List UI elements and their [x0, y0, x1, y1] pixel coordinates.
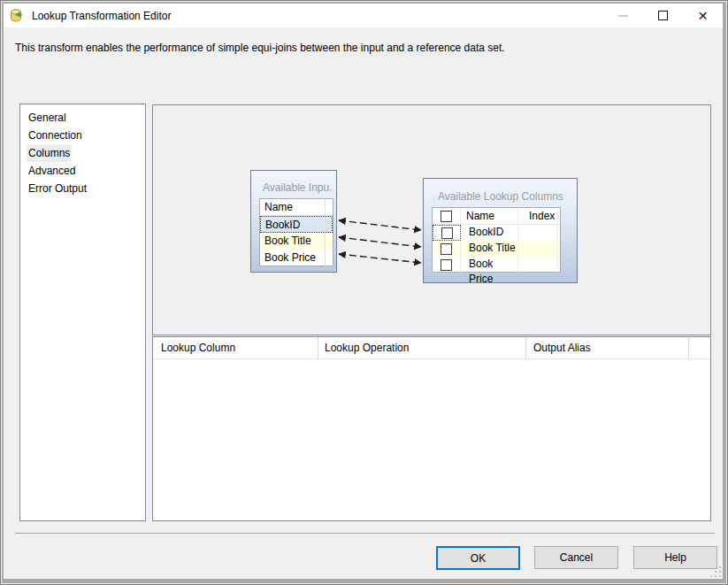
- title-bar[interactable]: Lookup Transformation Editor ✕: [4, 4, 723, 27]
- column-mapping-canvas[interactable]: Available Inpu... Name BookID Book Title…: [152, 104, 711, 335]
- sidebar-item-columns[interactable]: Columns: [20, 144, 145, 162]
- help-button[interactable]: Help: [633, 546, 717, 569]
- lookup-transformation-editor-dialog: Lookup Transformation Editor ✕ This tran…: [0, 0, 728, 585]
- mapping-line-book-price[interactable]: [339, 254, 421, 263]
- grid-header-row: Lookup Column Lookup Operation Output Al…: [153, 337, 710, 359]
- resize-grip[interactable]: [710, 566, 723, 579]
- maximize-button[interactable]: [643, 4, 683, 27]
- window-controls: ✕: [603, 4, 723, 27]
- database-transform-icon: [10, 9, 26, 23]
- bottom-separator: [15, 533, 715, 534]
- maximize-icon: [658, 11, 668, 20]
- lookup-columns-grid[interactable]: Lookup Column Lookup Operation Output Al…: [152, 336, 711, 521]
- sidebar-item-general[interactable]: General: [20, 109, 145, 127]
- grid-header-output-alias: Output Alias: [526, 337, 689, 359]
- minimize-icon: [618, 15, 628, 17]
- mapping-line-book-title[interactable]: [339, 237, 421, 247]
- grid-header-spacer: [689, 337, 710, 359]
- mapping-line-bookid[interactable]: [339, 220, 421, 230]
- pages-list: General Connection Columns Advanced Erro…: [19, 104, 146, 521]
- grid-header-lookup-column: Lookup Column: [153, 337, 318, 359]
- cancel-button[interactable]: Cancel: [534, 546, 618, 569]
- close-button[interactable]: ✕: [683, 4, 723, 27]
- dialog-description: This transform enables the performance o…: [15, 42, 505, 54]
- mapping-lines: [153, 105, 712, 336]
- minimize-button[interactable]: [603, 4, 643, 27]
- close-icon: ✕: [698, 10, 709, 22]
- grid-header-lookup-operation: Lookup Operation: [318, 337, 526, 359]
- sidebar-item-error-output[interactable]: Error Output: [20, 180, 145, 197]
- window-title: Lookup Transformation Editor: [32, 10, 171, 22]
- ok-button[interactable]: OK: [436, 546, 520, 570]
- sidebar-item-connection[interactable]: Connection: [20, 127, 145, 144]
- sidebar-item-advanced[interactable]: Advanced: [20, 162, 145, 180]
